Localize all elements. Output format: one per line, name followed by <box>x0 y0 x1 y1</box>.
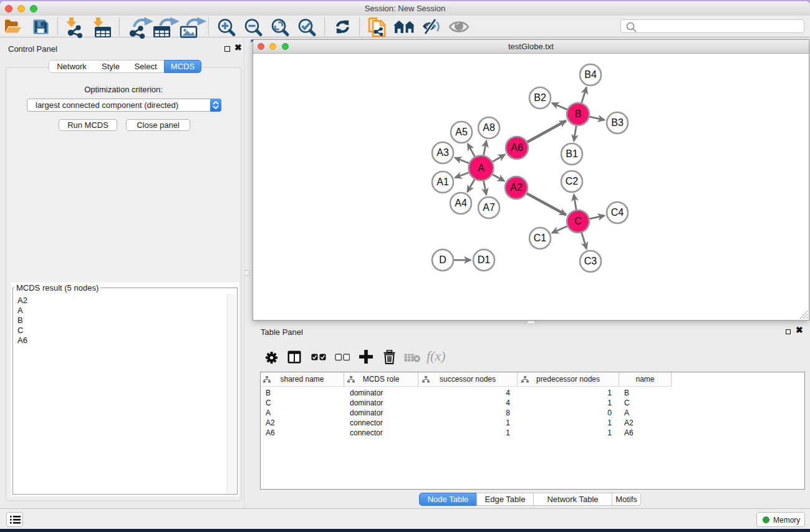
svg-text:A8: A8 <box>483 122 495 133</box>
svg-text:A1: A1 <box>436 177 449 187</box>
svg-text:B: B <box>575 109 582 119</box>
svg-text:B4: B4 <box>584 69 597 80</box>
svg-text:A5: A5 <box>455 127 468 137</box>
svg-text:A2: A2 <box>510 182 523 193</box>
svg-text:A: A <box>478 163 485 173</box>
svg-text:C3: C3 <box>584 256 597 266</box>
svg-text:C: C <box>574 216 582 226</box>
svg-text:B2: B2 <box>534 92 546 103</box>
svg-text:A3: A3 <box>436 147 449 158</box>
svg-text:C4: C4 <box>611 207 624 218</box>
svg-text:A4: A4 <box>455 198 467 208</box>
svg-text:B1: B1 <box>566 148 578 159</box>
svg-text:A7: A7 <box>483 202 495 213</box>
svg-text:A6: A6 <box>511 142 523 153</box>
svg-text:C2: C2 <box>566 176 579 186</box>
svg-text:C1: C1 <box>534 233 547 243</box>
svg-text:B3: B3 <box>611 117 624 128</box>
svg-text:D: D <box>439 254 446 265</box>
svg-text:D1: D1 <box>478 254 491 265</box>
